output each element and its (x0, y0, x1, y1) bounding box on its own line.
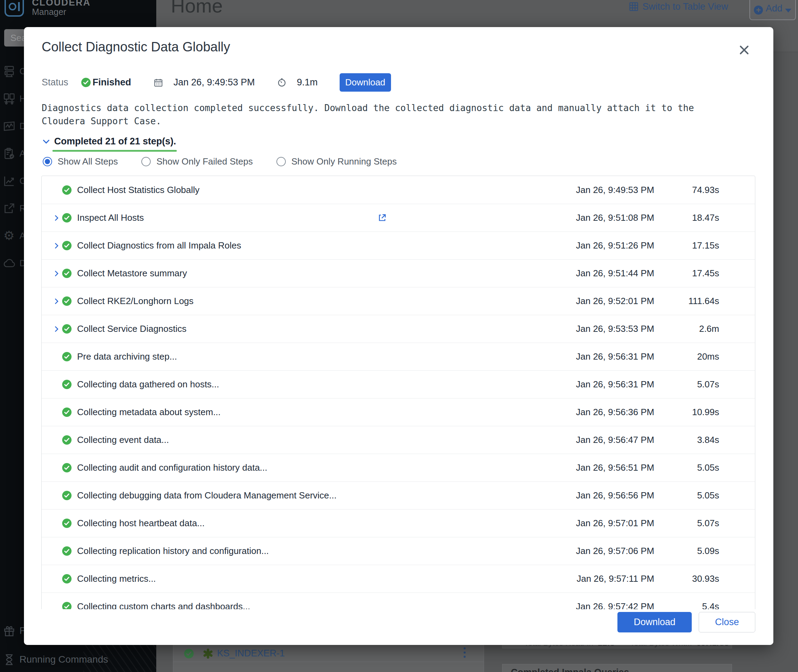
kebab-menu-icon[interactable] (463, 647, 466, 658)
steps-summary-toggle[interactable]: Completed 21 of 21 step(s). (42, 136, 176, 147)
step-duration: 20ms (654, 351, 719, 362)
step-success-icon (62, 546, 72, 556)
expand-chevron-icon[interactable] (53, 242, 62, 249)
status-label: Status (42, 77, 69, 88)
expand-chevron-icon[interactable] (53, 298, 62, 305)
radio-selected-icon (43, 157, 52, 166)
expand-chevron-icon[interactable] (53, 214, 62, 221)
hosts-icon (2, 92, 17, 105)
audits-icon (2, 147, 17, 160)
step-duration: 17.45s (654, 268, 719, 279)
step-duration: 17.15s (654, 240, 719, 251)
step-success-icon (62, 296, 72, 306)
steps-summary-label: Completed 21 of 21 step(s). (54, 136, 176, 147)
step-duration: 5.07s (654, 379, 719, 390)
gift-icon (2, 624, 17, 637)
step-name: Collect Metastore summary (77, 268, 550, 279)
table-row: Collect Host Statistics Globally Jan 26,… (42, 176, 755, 204)
divider (173, 662, 484, 662)
diagnostics-icon (2, 120, 17, 133)
step-duration: 10.99s (654, 407, 719, 418)
step-success-icon (62, 269, 72, 278)
table-row: Inspect All Hosts Jan 26, 9:51:08 PM 18.… (42, 204, 755, 232)
sidebar-item-label: Running Commands (19, 654, 108, 665)
radio-icon (141, 157, 151, 166)
table-row: Collecting replication history and confi… (42, 537, 755, 565)
table-row: Collect Diagnostics from all Impala Role… (42, 232, 755, 259)
step-time: Jan 26, 9:57:11 PM (550, 573, 654, 584)
step-success-icon (62, 324, 72, 334)
filter-show-only-failed-steps[interactable]: Show Only Failed Steps (141, 156, 252, 167)
footer-close-button[interactable]: Close (699, 612, 755, 632)
add-button[interactable]: + Add (749, 0, 796, 20)
table-row: Pre data archiving step... Jan 26, 9:56:… (42, 342, 755, 370)
radio-icon (276, 157, 286, 166)
step-success-icon (62, 408, 72, 417)
chevron-down-icon (42, 137, 51, 146)
step-name: Collecting metadata about system... (77, 407, 550, 418)
step-duration: 2.6m (654, 323, 719, 334)
cloudera-logo-icon[interactable] (4, 0, 24, 18)
expand-chevron-icon[interactable] (53, 326, 62, 333)
step-duration: 30.93s (654, 573, 719, 584)
download-button[interactable]: Download (340, 73, 391, 92)
page-title: Home (171, 0, 223, 17)
step-time: Jan 26, 9:56:36 PM (550, 407, 654, 418)
step-name: Collecting data gathered on hosts... (77, 379, 550, 390)
charts-icon (2, 174, 17, 187)
step-time: Jan 26, 9:53:53 PM (550, 323, 654, 334)
step-filters: Show All Steps Show Only Failed Steps Sh… (43, 156, 397, 167)
step-name: Pre data archiving step... (77, 351, 550, 362)
step-name: Collect RKE2/Longhorn Logs (77, 296, 550, 307)
step-duration: 5.09s (654, 546, 719, 557)
gear-icon: ⚙ (2, 229, 17, 242)
step-success-icon (62, 213, 72, 222)
steps-table: Collect Host Statistics Globally Jan 26,… (41, 176, 755, 621)
calendar-icon (154, 78, 163, 88)
expand-chevron-icon[interactable] (53, 270, 62, 277)
status-date: Jan 26, 9:49:53 PM (174, 77, 255, 88)
switch-to-table-view-link[interactable]: Switch to Table View (628, 0, 728, 13)
table-row: Collecting metrics... Jan 26, 9:57:11 PM… (42, 565, 755, 592)
step-duration: 5.05s (654, 490, 719, 501)
step-time: Jan 26, 9:51:44 PM (550, 268, 654, 279)
step-time: Jan 26, 9:56:56 PM (550, 490, 654, 501)
status-row: Status Finished Jan 26, 9:49:53 PM 9.1m … (42, 73, 391, 92)
filter-show-all-steps[interactable]: Show All Steps (43, 156, 118, 167)
service-link[interactable]: KS_INDEXER-1 (217, 648, 285, 659)
status-value: Finished (93, 77, 131, 88)
step-name: Collect Host Statistics Globally (77, 185, 550, 195)
clock-icon (277, 78, 287, 87)
plus-icon: + (754, 6, 763, 14)
summary-underline (53, 150, 177, 152)
step-name: Collect Service Diagnostics (77, 323, 550, 334)
step-time: Jan 26, 9:57:06 PM (550, 546, 654, 557)
step-name: Collecting event data... (77, 435, 550, 445)
table-row: Collect RKE2/Longhorn Logs Jan 26, 9:52:… (42, 287, 755, 315)
table-row: Collect Metastore summary Jan 26, 9:51:4… (42, 259, 755, 287)
step-duration: 74.93s (654, 185, 719, 195)
step-time: Jan 26, 9:51:08 PM (550, 213, 654, 223)
step-time: Jan 26, 9:49:53 PM (550, 185, 654, 195)
step-time: Jan 26, 9:56:51 PM (550, 462, 654, 473)
step-time: Jan 26, 9:56:31 PM (550, 351, 654, 362)
clusters-icon (2, 65, 17, 78)
collect-diagnostic-data-modal: Collect Diagnostic Data Globally Status … (24, 27, 773, 645)
external-link-icon[interactable] (378, 213, 387, 222)
step-name: Collecting replication history and confi… (77, 546, 550, 557)
step-duration: 3.84s (654, 435, 719, 445)
filter-show-only-running-steps[interactable]: Show Only Running Steps (276, 156, 397, 167)
step-duration: 111.64s (654, 296, 719, 307)
table-row: Collecting metadata about system... Jan … (42, 398, 755, 426)
step-name: Collecting debugging data from Cloudera … (77, 490, 550, 501)
table-row: Collect Service Diagnostics Jan 26, 9:53… (42, 315, 755, 342)
footer-download-button[interactable]: Download (617, 612, 692, 632)
grid-icon (628, 2, 639, 12)
close-icon[interactable] (738, 44, 750, 56)
table-row: Collecting host heartbeat data... Jan 26… (42, 509, 755, 537)
cloud-icon (2, 257, 17, 270)
step-success-icon (62, 518, 72, 528)
screen: Home Switch to Table View + Add CLOUDERA… (0, 0, 798, 672)
sidebar-item-running-commands[interactable]: Running Commands (0, 649, 156, 670)
add-button-label: Add (766, 3, 782, 14)
